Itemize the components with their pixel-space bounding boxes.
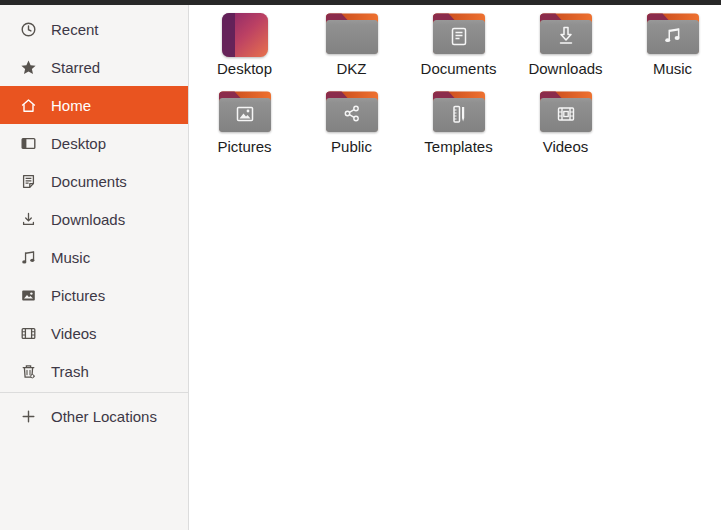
pictures-folder-icon (217, 90, 273, 136)
sidebar-item-label: Videos (51, 325, 97, 342)
home-icon (20, 97, 37, 114)
folder-icon (324, 12, 380, 58)
file-item-desktop[interactable]: Desktop (191, 12, 298, 90)
icon-grid: Desktop DKZ (191, 12, 721, 168)
file-item-label: Music (653, 60, 692, 78)
sidebar-item-label: Trash (51, 363, 89, 380)
file-item-videos[interactable]: Videos (512, 90, 619, 168)
desktop-folder-icon (217, 12, 273, 58)
sidebar-item-trash[interactable]: Trash (0, 352, 188, 390)
documents-folder-icon (431, 12, 487, 58)
sidebar-item-music[interactable]: Music (0, 238, 188, 276)
sidebar-item-videos[interactable]: Videos (0, 314, 188, 352)
sidebar-item-label: Recent (51, 21, 99, 38)
file-item-pictures[interactable]: Pictures (191, 90, 298, 168)
file-item-downloads[interactable]: Downloads (512, 12, 619, 90)
file-item-label: Public (331, 138, 372, 156)
plus-icon (20, 408, 37, 425)
sidebar-item-documents[interactable]: Documents (0, 162, 188, 200)
sidebar-item-label: Home (51, 97, 91, 114)
file-item-label: Desktop (217, 60, 272, 78)
music-folder-icon (645, 12, 701, 58)
file-item-label: Downloads (528, 60, 602, 78)
sidebar-item-pictures[interactable]: Pictures (0, 276, 188, 314)
public-folder-icon (324, 90, 380, 136)
sidebar-item-label: Documents (51, 173, 127, 190)
sidebar-item-label: Pictures (51, 287, 105, 304)
templates-folder-icon (431, 90, 487, 136)
desktop-icon (20, 135, 37, 152)
sidebar-item-starred[interactable]: Starred (0, 48, 188, 86)
files-window: Recent Starred Home (0, 5, 721, 530)
file-item-label: DKZ (337, 60, 367, 78)
file-item-public[interactable]: Public (298, 90, 405, 168)
file-view: Desktop DKZ (189, 5, 721, 530)
sidebar-item-label: Other Locations (51, 408, 157, 425)
sidebar-item-recent[interactable]: Recent (0, 10, 188, 48)
file-item-label: Pictures (217, 138, 271, 156)
downloads-folder-icon (538, 12, 594, 58)
sidebar-item-label: Desktop (51, 135, 106, 152)
picture-icon (20, 287, 37, 304)
file-item-documents[interactable]: Documents (405, 12, 512, 90)
sidebar-item-label: Starred (51, 59, 100, 76)
sidebar-item-label: Downloads (51, 211, 125, 228)
star-icon (20, 59, 37, 76)
file-item-dkz[interactable]: DKZ (298, 12, 405, 90)
document-icon (20, 173, 37, 190)
sidebar-item-label: Music (51, 249, 90, 266)
sidebar-item-downloads[interactable]: Downloads (0, 200, 188, 238)
sidebar: Recent Starred Home (0, 5, 189, 530)
file-item-label: Videos (543, 138, 589, 156)
file-item-label: Documents (421, 60, 497, 78)
videos-folder-icon (538, 90, 594, 136)
trash-icon (20, 363, 37, 380)
file-item-templates[interactable]: Templates (405, 90, 512, 168)
file-item-label: Templates (424, 138, 492, 156)
music-note-icon (20, 249, 37, 266)
file-item-music[interactable]: Music (619, 12, 721, 90)
film-icon (20, 325, 37, 342)
download-icon (20, 211, 37, 228)
sidebar-separator (0, 392, 188, 393)
sidebar-item-home[interactable]: Home (0, 86, 188, 124)
clock-icon (20, 21, 37, 38)
sidebar-item-desktop[interactable]: Desktop (0, 124, 188, 162)
sidebar-item-other-locations[interactable]: Other Locations (0, 397, 188, 435)
